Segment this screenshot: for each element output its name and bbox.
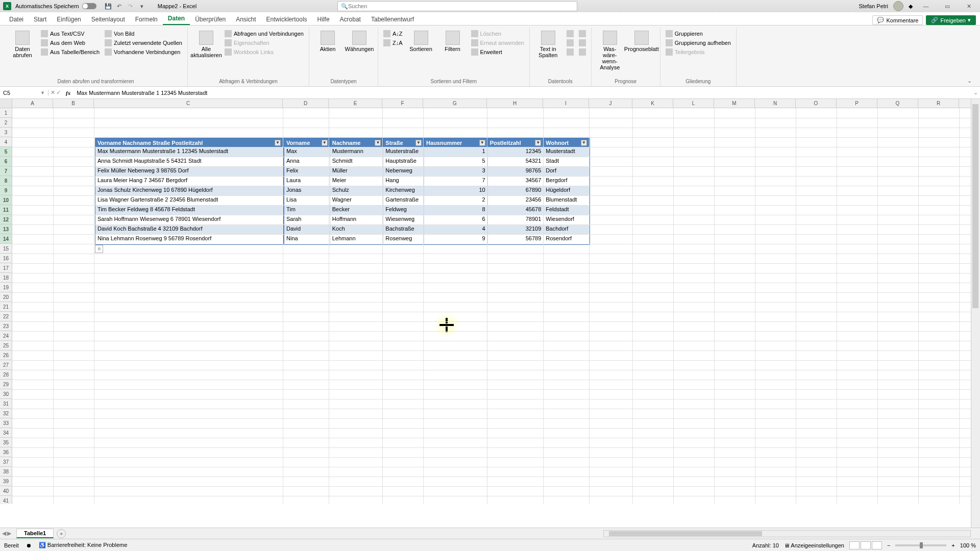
forecast-button[interactable]: Was-wäre-wenn-Analyse	[596, 30, 624, 71]
table-header-left[interactable]: Vorname Nachname Straße Postleitzahl▼	[95, 138, 283, 147]
table-header[interactable]: Postleitzahl▼	[488, 138, 544, 147]
column-header-H[interactable]: H	[487, 99, 543, 108]
row-header[interactable]: 4	[0, 137, 12, 147]
ribbon-item[interactable]: Abfragen und Verbindungen	[224, 30, 305, 38]
table-row[interactable]: Tim Becker Feldweg 8 45678 Feldstadt	[95, 206, 283, 215]
tool-icon-5[interactable]	[578, 39, 587, 47]
table-row[interactable]: LauraMeierHang734567Bergdorf	[284, 177, 590, 186]
tool-icon-4[interactable]	[578, 30, 587, 38]
table-row[interactable]: Sarah Hoffmann Wiesenweg 6 78901 Wiesend…	[95, 215, 283, 225]
column-header-O[interactable]: O	[796, 99, 837, 108]
row-header[interactable]: 34	[0, 428, 12, 438]
filter-dropdown-icon[interactable]: ▼	[479, 140, 485, 146]
row-header[interactable]: 16	[0, 254, 12, 263]
datatype-button[interactable]: Währungen	[345, 30, 374, 53]
table-header[interactable]: Wohnort▼	[544, 138, 590, 147]
fx-icon[interactable]: fx	[63, 90, 74, 96]
qat-more-icon[interactable]: ▾	[137, 2, 146, 11]
filter-dropdown-icon[interactable]: ▼	[415, 140, 422, 146]
ribbon-item[interactable]: Aus Tabelle/Bereich	[40, 48, 101, 56]
row-header[interactable]: 32	[0, 409, 12, 418]
zoom-level[interactable]: 100 %	[960, 542, 976, 548]
sheet-next-icon[interactable]: ▶	[7, 530, 11, 537]
ribbon-item[interactable]: Erweitert	[470, 48, 525, 56]
tab-entwicklertools[interactable]: Entwicklertools	[261, 14, 312, 25]
tool-icon-1[interactable]	[566, 30, 575, 38]
row-header[interactable]: 22	[0, 312, 12, 321]
enter-fx-icon[interactable]: ✓	[56, 89, 61, 96]
minimize-button[interactable]: —	[918, 1, 934, 11]
undo-icon[interactable]: ↶	[115, 2, 124, 11]
row-header[interactable]: 36	[0, 447, 12, 457]
table-row[interactable]: Nina Lehmann Rosenweg 9 56789 Rosendorf	[95, 235, 283, 244]
row-header[interactable]: 39	[0, 477, 12, 486]
display-settings-button[interactable]: 🖥 Anzeigeeinstellungen	[784, 542, 844, 548]
record-macro-icon[interactable]: ⏺	[26, 542, 32, 548]
tool-icon-2[interactable]	[566, 39, 575, 47]
table-row[interactable]: Lisa Wagner Gartenstraße 2 23456 Blumens…	[95, 196, 283, 206]
zoom-in-button[interactable]: +	[951, 542, 954, 548]
get-data-button[interactable]: Daten abrufen	[8, 30, 37, 59]
ribbon-item[interactable]: Zuletzt verwendete Quellen	[104, 39, 183, 47]
row-header[interactable]: 33	[0, 418, 12, 428]
tab-hilfe[interactable]: Hilfe	[312, 14, 335, 25]
table-header[interactable]: Nachname▼	[330, 138, 384, 147]
column-header-I[interactable]: I	[543, 99, 589, 108]
row-header[interactable]: 38	[0, 467, 12, 477]
column-header-R[interactable]: R	[918, 99, 959, 108]
row-header[interactable]: 1	[0, 108, 12, 118]
column-header-Q[interactable]: Q	[877, 99, 918, 108]
column-header-D[interactable]: D	[283, 99, 329, 108]
column-header-G[interactable]: G	[423, 99, 487, 108]
cancel-fx-icon[interactable]: ✕	[51, 89, 55, 96]
column-header-P[interactable]: P	[837, 99, 877, 108]
restore-button[interactable]: ▭	[939, 1, 955, 11]
row-header[interactable]: 29	[0, 380, 12, 389]
row-header[interactable]: 18	[0, 273, 12, 283]
filter-button[interactable]: Filtern	[438, 30, 467, 53]
column-header-N[interactable]: N	[755, 99, 796, 108]
ribbon-item[interactable]: Aus dem Web	[40, 39, 101, 47]
tab-ansicht[interactable]: Ansicht	[231, 14, 261, 25]
expand-fx-icon[interactable]: ⌄	[971, 89, 980, 96]
row-header[interactable]: 27	[0, 360, 12, 370]
row-header[interactable]: 9	[0, 186, 12, 195]
zoom-out-button[interactable]: −	[887, 542, 890, 548]
row-header[interactable]: 5	[0, 147, 12, 157]
row-header[interactable]: 7	[0, 166, 12, 176]
filter-dropdown-icon[interactable]: ▼	[322, 140, 328, 146]
row-header[interactable]: 31	[0, 399, 12, 409]
table-row[interactable]: LisaWagnerGartenstraße223456Blumenstadt	[284, 196, 590, 206]
row-header[interactable]: 3	[0, 128, 12, 137]
tool-icon-6[interactable]	[578, 48, 587, 56]
row-header[interactable]: 21	[0, 302, 12, 312]
ribbon-item[interactable]: Vorhandene Verbindungen	[104, 48, 183, 56]
row-header[interactable]: 30	[0, 389, 12, 399]
close-button[interactable]: ✕	[961, 1, 977, 11]
table-row[interactable]: NinaLehmannRosenweg956789Rosendorf	[284, 235, 590, 244]
filter-dropdown-icon[interactable]: ▼	[581, 140, 587, 146]
table-row[interactable]: Max Mustermann Musterstraße 1 12345 Must…	[95, 147, 283, 157]
table-row[interactable]: TimBeckerFeldweg845678Feldstadt	[284, 206, 590, 215]
table-row[interactable]: MaxMustermannMusterstraße112345Mustersta…	[284, 147, 590, 157]
comments-button[interactable]: 💬 Kommentare	[872, 15, 923, 25]
row-header[interactable]: 37	[0, 457, 12, 467]
tab-seitenlayout[interactable]: Seitenlayout	[86, 14, 130, 25]
spreadsheet-grid[interactable]: Vorname Nachname Straße Postleitzahl▼Max…	[0, 108, 980, 504]
view-pagelayout-button[interactable]	[861, 541, 871, 549]
name-box[interactable]: C5▼	[0, 90, 48, 96]
row-header[interactable]: 25	[0, 341, 12, 350]
select-all-triangle[interactable]	[0, 99, 12, 108]
filter-dropdown-icon[interactable]: ▼	[275, 140, 281, 146]
column-header-F[interactable]: F	[382, 99, 423, 108]
row-header[interactable]: 28	[0, 370, 12, 380]
row-header[interactable]: 41	[0, 496, 12, 504]
table-header[interactable]: Straße▼	[383, 138, 424, 147]
row-header[interactable]: 10	[0, 195, 12, 205]
autosave-toggle[interactable]: Automatisches Speichern	[15, 3, 96, 9]
refresh-all-button[interactable]: Alle aktualisieren	[192, 30, 220, 59]
column-header-K[interactable]: K	[632, 99, 673, 108]
row-header[interactable]: 8	[0, 176, 12, 186]
share-button[interactable]: 🔗 Freigeben ▾	[926, 15, 976, 25]
column-header-E[interactable]: E	[329, 99, 382, 108]
